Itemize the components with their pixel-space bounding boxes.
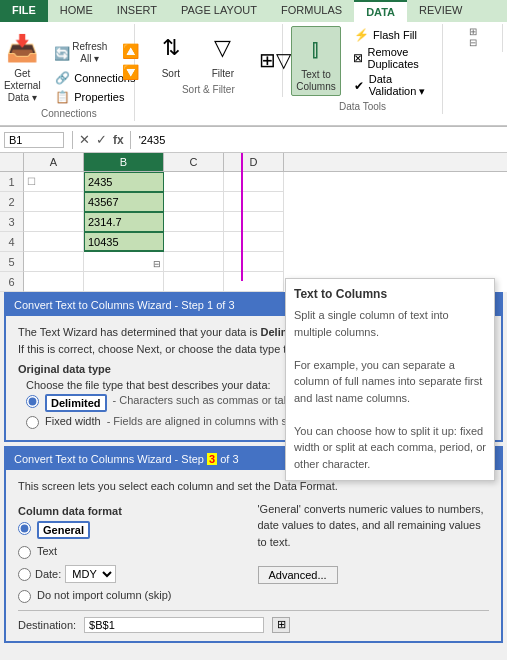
general-radio[interactable] <box>18 522 31 535</box>
formula-divider <box>72 131 73 149</box>
insert-function-btn[interactable]: fx <box>111 133 126 147</box>
sort-za-button[interactable]: 🔽 <box>118 62 143 82</box>
ribbon-content: 📥 Get ExternalData ▾ 🔄 RefreshAll ▾ 🔗 Co… <box>0 22 507 126</box>
cell-a5[interactable] <box>24 252 84 272</box>
cell-a6[interactable] <box>24 272 84 292</box>
cell-d3[interactable] <box>224 212 284 232</box>
step3-options: General Text Date: MDY DMY YMD <box>18 521 250 606</box>
data-tools-group-label: Data Tools <box>339 101 386 112</box>
sort-button[interactable]: ⇅ Sort <box>147 26 195 82</box>
data-validation-button[interactable]: ✔ Data Validation ▾ <box>349 72 434 99</box>
get-external-label: Get ExternalData ▾ <box>2 68 42 104</box>
data-validation-icon: ✔ <box>353 78 365 94</box>
column-split-line <box>241 153 243 281</box>
tab-page-layout[interactable]: PAGE LAYOUT <box>169 0 269 22</box>
cell-c4[interactable] <box>164 232 224 252</box>
cell-a1[interactable]: ☐ <box>24 172 84 192</box>
step3-right: 'General' converts numeric values to num… <box>258 501 490 606</box>
sort-az-icon: 🔼 <box>122 43 139 59</box>
formula-input[interactable] <box>135 133 503 147</box>
cell-c2[interactable] <box>164 192 224 212</box>
sort-icon: ⇅ <box>151 28 191 68</box>
cell-d1[interactable] <box>224 172 284 192</box>
col-header-c[interactable]: C <box>164 153 224 171</box>
destination-label: Destination: <box>18 619 76 631</box>
date-radio[interactable] <box>18 568 31 581</box>
cell-d2[interactable] <box>224 192 284 212</box>
group-sort-filter: 🔼 🔽 ⇅ Sort ▽ Filter ⊞▽ <box>135 24 283 97</box>
cell-c5[interactable] <box>164 252 224 272</box>
step3-skip-option: Do not import column (skip) <box>18 589 250 603</box>
filter-label: Filter <box>212 68 234 80</box>
general-desc-text: 'General' converts numeric values to num… <box>258 503 484 548</box>
cell-d6[interactable] <box>224 272 284 292</box>
cell-c6[interactable] <box>164 272 224 292</box>
text-to-columns-label: Text toColumns <box>296 69 335 93</box>
tab-formulas[interactable]: FORMULAS <box>269 0 354 22</box>
ribbon-tabs: FILE HOME INSERT PAGE LAYOUT FORMULAS DA… <box>0 0 507 22</box>
cell-a3[interactable] <box>24 212 84 232</box>
tab-file[interactable]: FILE <box>0 0 48 22</box>
formula-bar: ✕ ✓ fx <box>0 127 507 153</box>
step3-general-option: General <box>18 521 250 539</box>
flash-fill-button[interactable]: ⚡ Flash Fill <box>349 26 434 44</box>
date-format-select[interactable]: MDY DMY YMD <box>65 565 116 583</box>
cell-a2[interactable] <box>24 192 84 212</box>
filter-icon: ▽ <box>203 28 243 68</box>
remove-duplicates-button[interactable]: ⊠ Remove Duplicates <box>349 45 434 71</box>
connections-group-label: Connections <box>41 108 97 119</box>
flash-fill-icon: ⚡ <box>353 27 369 43</box>
wizard1-title: Convert Text to Columns Wizard - Step 1 … <box>14 299 235 311</box>
connections-icon: 🔗 <box>54 70 70 86</box>
step3-left: Column data format General Text D <box>18 501 250 606</box>
row-num-3: 3 <box>0 212 24 232</box>
sort-az-button[interactable]: 🔼 <box>118 41 143 61</box>
tab-insert[interactable]: INSERT <box>105 0 169 22</box>
step-highlight: 3 <box>207 453 217 465</box>
tooltip-box: Text to Columns Split a single column of… <box>285 278 495 481</box>
cell-c3[interactable] <box>164 212 224 232</box>
confirm-formula-btn[interactable]: ✓ <box>94 132 109 147</box>
cell-b5[interactable]: ⊟ <box>84 252 164 272</box>
tab-review[interactable]: REVIEW <box>407 0 474 22</box>
col-header-a[interactable]: A <box>24 153 84 171</box>
select-all-corner[interactable] <box>0 153 24 171</box>
ribbon: FILE HOME INSERT PAGE LAYOUT FORMULAS DA… <box>0 0 507 127</box>
group-outline: ⊞⊟ <box>443 24 503 52</box>
col-header-d[interactable]: D <box>224 153 284 171</box>
cell-a4[interactable] <box>24 232 84 252</box>
cell-b4[interactable]: 10435 <box>84 232 164 252</box>
tab-home[interactable]: HOME <box>48 0 105 22</box>
cancel-formula-btn[interactable]: ✕ <box>77 132 92 147</box>
col-headers: A B C D <box>0 153 507 172</box>
name-box[interactable] <box>4 132 64 148</box>
advanced-button[interactable]: Advanced... <box>258 566 338 584</box>
fixed-width-radio[interactable] <box>26 416 39 429</box>
row-num-6: 6 <box>0 272 24 292</box>
text-radio[interactable] <box>18 546 31 559</box>
cell-b6[interactable] <box>84 272 164 292</box>
sort-label: Sort <box>162 68 180 80</box>
properties-button[interactable]: 📋 Properties <box>50 88 139 106</box>
cell-b2[interactable]: 43567 <box>84 192 164 212</box>
step3-main-row: Column data format General Text D <box>18 501 489 606</box>
text-to-columns-button[interactable]: ⫿ Text toColumns <box>291 26 341 96</box>
delimited-label: Delimited <box>45 394 107 412</box>
text-label: Text <box>37 545 57 557</box>
table-row: 4 10435 <box>0 232 507 252</box>
table-row: 3 2314.7 <box>0 212 507 232</box>
cell-d5[interactable] <box>224 252 284 272</box>
destination-input[interactable] <box>84 617 264 633</box>
cell-c1[interactable] <box>164 172 224 192</box>
destination-collapse-icon[interactable]: ⊞ <box>272 617 290 633</box>
skip-radio[interactable] <box>18 590 31 603</box>
cell-b3[interactable]: 2314.7 <box>84 212 164 232</box>
col-header-b[interactable]: B <box>84 153 164 171</box>
get-external-data-button[interactable]: 📥 Get ExternalData ▾ <box>0 26 46 106</box>
delimited-radio[interactable] <box>26 395 39 408</box>
cell-d4[interactable] <box>224 232 284 252</box>
cell-b1[interactable]: 2435 <box>84 172 164 192</box>
tooltip-text: Split a single column of text into multi… <box>294 307 486 472</box>
tab-data[interactable]: DATA <box>354 0 407 22</box>
filter-button[interactable]: ▽ Filter <box>199 26 247 82</box>
